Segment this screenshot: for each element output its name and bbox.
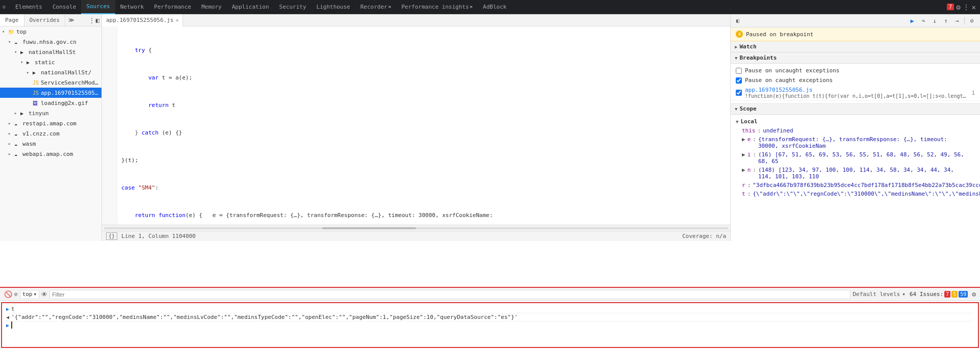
pause-uncaught-checkbox-row[interactable]: Pause on uncaught exceptions [731, 66, 980, 75]
breakpoint-item[interactable]: app.1697015255056.js !function(e){functi… [731, 85, 980, 101]
resume-btn[interactable]: ▶ [907, 16, 917, 26]
nav-tab-application[interactable]: Application [227, 0, 274, 14]
console-filter-input[interactable] [49, 290, 850, 299]
pause-uncaught-checkbox[interactable] [736, 68, 742, 74]
menu-icon[interactable]: ⋮ [963, 3, 970, 11]
tree-item-domain[interactable]: ☁ fuwu.nhsa.gov.cn [0, 37, 101, 47]
console-output-line-2: ◀ '{"addr":"","regnCode":"310000","medin… [6, 313, 974, 321]
folder-icon-restapi: ☁ [14, 121, 21, 126]
input-prompt-icon: ▶ [6, 323, 9, 328]
pause-caught-checkbox-row[interactable]: Pause on caught exceptions [731, 75, 980, 85]
nav-tab-adblock[interactable]: AdBlock [478, 0, 511, 14]
scope-content: ▼ Local this : undefined ▶ e : {transfor… [731, 115, 980, 200]
code-line: }(t); [121, 156, 730, 165]
paused-banner: ⏸ Paused on breakpoint [731, 28, 980, 41]
debug-divider [964, 17, 965, 24]
scope-row-n[interactable]: ▶ n : (148) [123, 34, 97, 100, 100, 114,… [731, 166, 980, 181]
local-label[interactable]: ▼ Local [731, 117, 980, 126]
nav-tab-elements[interactable]: Elements [10, 0, 47, 14]
pause-icon: ⏸ [736, 31, 743, 38]
console-filter-icon[interactable]: ⊘ [14, 291, 18, 298]
code-tab-app[interactable]: app.1697015255056.js ✕ [102, 14, 183, 26]
hide-network-icon[interactable]: 👁 [41, 291, 47, 298]
folder-icon-tinyun: ▶ [20, 111, 28, 116]
console-clear-btn[interactable]: 🚫 [4, 290, 12, 298]
file-tree: 📁 top ☁ fuwu.nhsa.gov.cn ▶ nationalHallS… [0, 26, 101, 159]
code-area[interactable]: try { var t = a(e); return t } catch (e)… [102, 26, 730, 225]
img-icon-gif: 🖼 [33, 100, 40, 106]
tree-item-service[interactable]: JS ServiceSearchMod... [0, 77, 101, 88]
deactivate-btn[interactable]: ⊘ [967, 16, 977, 26]
context-dropdown-icon: ▾ [34, 291, 37, 298]
tree-item-restapi[interactable]: ☁ restapi.amap.com [0, 118, 101, 128]
tree-item-static[interactable]: ▶ static [0, 57, 101, 67]
scope-row-i[interactable]: ▶ i : (16) [67, 51, 65, 69, 53, 56, 55, … [731, 150, 980, 166]
scrollbar-thumb[interactable] [322, 227, 416, 229]
scope-expand-e[interactable]: ▶ [742, 136, 745, 149]
tree-arrow-wasm [8, 141, 14, 146]
console-input-line[interactable]: ▶ [6, 321, 974, 329]
nav-tab-console[interactable]: Console [47, 0, 81, 14]
code-line: case "SM4": [121, 183, 730, 193]
step-over-btn[interactable]: ↷ [918, 16, 929, 26]
breakpoint-checkbox[interactable] [736, 90, 742, 96]
scope-row-this: this : undefined [731, 126, 980, 135]
step-into-btn[interactable]: ↓ [930, 16, 940, 26]
tree-item-nationalHallSt[interactable]: ▶ nationalHallSt [0, 47, 101, 57]
tree-item-wasm[interactable]: ☁ wasm [0, 139, 101, 149]
collapse-arrow-result[interactable]: ◀ [6, 314, 9, 320]
tree-arrow-static [20, 60, 27, 65]
step-out-btn[interactable]: ↑ [941, 16, 951, 26]
line-numbers [102, 26, 117, 225]
context-selector[interactable]: top ▾ [20, 290, 40, 299]
tree-item-app-js[interactable]: JS app.1697015255050... [0, 88, 101, 98]
nav-tab-sources[interactable]: Sources [81, 0, 115, 14]
code-lines: try { var t = a(e); return t } catch (e)… [117, 26, 730, 225]
nav-tab-recorder[interactable]: Recorder ⚑ [355, 0, 396, 14]
tree-item-cnzz[interactable]: ☁ v1.cnzz.com [0, 128, 101, 139]
nav-tab-network[interactable]: Network [115, 0, 149, 14]
watch-section-header[interactable]: ▶ Watch [731, 41, 980, 52]
nav-tab-lighthouse[interactable]: Lighthouse [312, 0, 355, 14]
expand-arrow-t[interactable]: ▶ [6, 306, 9, 312]
levels-dropdown-icon: ▾ [902, 291, 906, 298]
pause-caught-checkbox[interactable] [736, 77, 742, 84]
horizontal-scrollbar[interactable] [102, 225, 730, 231]
step-btn[interactable]: → [952, 16, 962, 26]
scope-expand-i[interactable]: ▶ [742, 151, 745, 165]
console-settings-icon[interactable]: ⚙ [972, 290, 976, 298]
tree-arrow-nhs [14, 49, 20, 55]
tree-item-nhs-sub[interactable]: ▶ nationalHallSt/ [0, 67, 101, 77]
panel-tab-overrides[interactable]: Overrides [24, 14, 66, 26]
nav-tab-performance-insights[interactable]: Performance insights ⚑ [396, 0, 478, 14]
panel-tab-page[interactable]: Page [0, 14, 24, 26]
collapse-panel-icon[interactable]: ◧ [96, 17, 99, 24]
paused-text: Paused on breakpoint [746, 31, 813, 38]
tree-item-top[interactable]: 📁 top [0, 26, 101, 37]
settings-icon[interactable]: ⚙ [956, 3, 960, 11]
panel-tab-more[interactable]: ≫ [65, 14, 78, 26]
close-icon[interactable]: ✕ [972, 3, 976, 11]
tree-item-tinyun[interactable]: ▶ tinyun [0, 108, 101, 118]
tree-item-gif[interactable]: 🖼 loading@2x.gif [0, 98, 101, 108]
console-body[interactable]: ▶ t ◀ '{"addr":"","regnCode":"310000","m… [1, 302, 979, 348]
bp-line: 1 [971, 90, 975, 96]
panel-options-icon[interactable]: ⋮ [89, 17, 95, 24]
close-tab-btn[interactable]: ✕ [175, 17, 178, 23]
scope-expand-n[interactable]: ▶ [742, 167, 745, 180]
scope-section-header[interactable]: ▼ Scope [731, 103, 980, 115]
bp-filename: app.1697015255056.js [745, 87, 968, 93]
folder-icon-webapi: ☁ [14, 151, 21, 157]
code-line: return t [121, 101, 730, 110]
nav-tab-memory[interactable]: Memory [196, 0, 227, 14]
console-levels[interactable]: Default levels ▾ [853, 291, 905, 298]
collapse-panel-btn[interactable]: ◧ [734, 17, 742, 25]
tree-item-webapi[interactable]: ☁ webapi.amap.com [0, 149, 101, 159]
nav-tab-performance[interactable]: Performance [149, 0, 196, 14]
debug-panel: ◧ ▶ ↷ ↓ ↑ → ⊘ ⏸ Paused on breakpoint ▶ W… [730, 14, 980, 241]
code-line: } catch (e) {} [121, 128, 730, 138]
scope-row-e[interactable]: ▶ e : {transformRequest: {…}, transformR… [731, 135, 980, 150]
folder-icon-nhs: ▶ [20, 49, 28, 55]
breakpoints-section-header[interactable]: ▼ Breakpoints [731, 52, 980, 64]
nav-tab-security[interactable]: Security [274, 0, 312, 14]
